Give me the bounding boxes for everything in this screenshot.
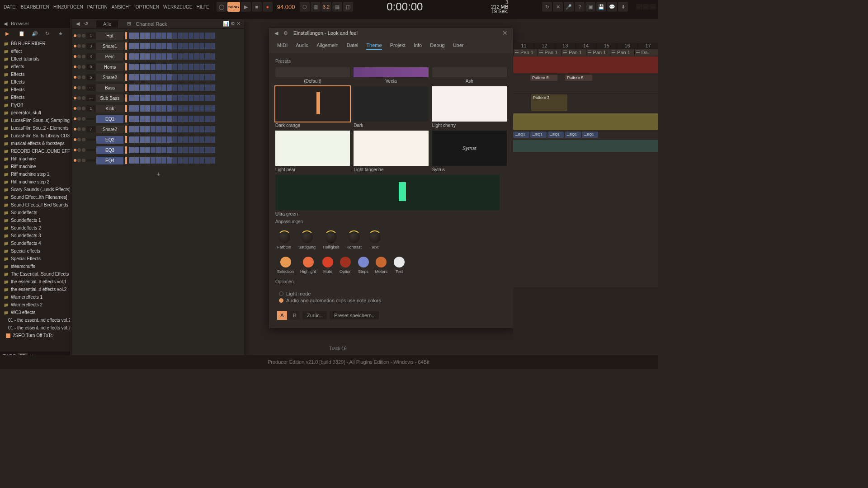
eq-clip[interactable]: ☰EQ1 [547, 131, 564, 138]
color-swatch[interactable]: Selection [277, 257, 294, 274]
channel-volume[interactable] [125, 136, 127, 143]
channel-solo[interactable] [82, 107, 85, 110]
step-cell[interactable] [156, 136, 161, 143]
step-cell[interactable] [199, 105, 204, 112]
step-cell[interactable] [194, 84, 199, 91]
settings-tab[interactable]: Datei [347, 42, 359, 50]
step-cell[interactable] [183, 147, 188, 153]
step-cell[interactable] [145, 74, 150, 80]
step-cell[interactable] [161, 74, 166, 80]
step-cell[interactable] [189, 43, 193, 49]
bar-number[interactable]: 16 [617, 43, 637, 49]
step-cell[interactable] [167, 126, 172, 132]
step-cell[interactable] [140, 126, 145, 132]
channel-volume[interactable] [125, 42, 127, 50]
step-cell[interactable] [183, 136, 188, 143]
channel-solo[interactable] [82, 75, 85, 79]
eq-clip[interactable]: ☰EQ1 [565, 131, 581, 138]
step-cell[interactable] [129, 157, 134, 164]
step-cell[interactable] [178, 105, 183, 112]
adjust-knob[interactable]: Kontrast [347, 231, 362, 249]
step-cell[interactable] [178, 43, 183, 49]
step-cell[interactable] [172, 116, 177, 122]
step-cell[interactable] [129, 105, 134, 112]
tool-icon[interactable]: ⬡ [300, 2, 310, 12]
channel-led[interactable] [74, 86, 76, 89]
theme-preset[interactable]: Veela [354, 67, 428, 84]
step-cell[interactable] [161, 53, 166, 60]
maximize-button[interactable] [643, 4, 649, 9]
step-cell[interactable] [140, 64, 145, 70]
step-cell[interactable] [210, 147, 215, 153]
pattern-clip[interactable] [513, 113, 658, 130]
step-cell[interactable] [129, 126, 134, 132]
step-cell[interactable] [134, 157, 139, 164]
step-cell[interactable] [194, 116, 199, 122]
step-cell[interactable] [145, 53, 150, 60]
step-cell[interactable] [167, 84, 172, 91]
step-cell[interactable] [161, 105, 166, 112]
step-cell[interactable] [205, 74, 210, 80]
step-cell[interactable] [210, 74, 215, 80]
browser-star-icon[interactable]: ★ [58, 31, 65, 37]
step-cell[interactable] [178, 136, 183, 143]
step-cell[interactable] [151, 136, 156, 143]
step-cell[interactable] [205, 116, 210, 122]
channel-volume[interactable] [125, 115, 127, 122]
step-cell[interactable] [145, 33, 150, 39]
step-cell[interactable] [178, 84, 183, 91]
color-swatch[interactable]: Steps [358, 257, 369, 274]
step-cell[interactable] [194, 136, 199, 143]
close-button[interactable] [650, 4, 656, 9]
step-cell[interactable] [172, 64, 177, 70]
browser-tool-icon[interactable]: 📋 [19, 31, 25, 37]
step-cell[interactable] [189, 53, 193, 60]
settings-tab[interactable]: Theme [366, 42, 382, 50]
step-cell[interactable] [167, 74, 172, 80]
step-cell[interactable] [151, 33, 156, 39]
eq-clip[interactable]: ☰EQ1 [513, 131, 529, 138]
compare-a-button[interactable]: A [277, 311, 287, 320]
step-cell[interactable] [199, 136, 204, 143]
channel-solo[interactable] [82, 44, 85, 48]
channel-number[interactable] [86, 160, 95, 161]
step-cell[interactable] [189, 116, 193, 122]
menu-item[interactable]: ANSICHT [110, 5, 133, 9]
step-cell[interactable] [156, 53, 161, 60]
mic-icon[interactable]: 🎤 [564, 2, 574, 12]
adjust-knob[interactable]: Text [369, 231, 381, 249]
channel-volume[interactable] [125, 146, 127, 154]
step-cell[interactable] [178, 64, 183, 70]
step-cell[interactable] [199, 64, 204, 70]
track-header[interactable]: ☰ Pan 1 [586, 49, 610, 56]
step-cell[interactable] [134, 126, 139, 132]
step-cell[interactable] [178, 74, 183, 80]
eq-clip[interactable]: ☰EQ1 [582, 131, 598, 138]
step-cell[interactable] [161, 64, 166, 70]
step-cell[interactable] [134, 95, 139, 101]
step-cell[interactable] [167, 53, 172, 60]
menu-item[interactable]: OPTIONEN [134, 5, 160, 9]
save-icon[interactable]: 💾 [596, 2, 606, 12]
step-cell[interactable] [145, 43, 150, 49]
tool-icon[interactable]: ✕ [553, 2, 563, 12]
channel-name[interactable]: Snare2 [96, 126, 123, 133]
step-cell[interactable] [161, 147, 166, 153]
step-cell[interactable] [189, 126, 193, 132]
step-cell[interactable] [210, 84, 215, 91]
step-cell[interactable] [183, 33, 188, 39]
channel-mute[interactable] [77, 159, 81, 162]
step-cell[interactable] [151, 95, 156, 101]
adjust-knob[interactable]: Helligkeit [323, 231, 340, 249]
settings-tab[interactable]: Info [414, 42, 422, 50]
step-cell[interactable] [161, 126, 166, 132]
channel-number[interactable]: --- [86, 95, 95, 101]
step-cell[interactable] [156, 157, 161, 164]
step-cell[interactable] [156, 147, 161, 153]
browser-folder[interactable]: Special effects [0, 247, 70, 255]
channel-led[interactable] [74, 76, 76, 79]
step-cell[interactable] [189, 95, 193, 101]
step-cell[interactable] [183, 157, 188, 164]
step-cell[interactable] [156, 105, 161, 112]
color-swatch[interactable]: Meters [375, 257, 388, 274]
